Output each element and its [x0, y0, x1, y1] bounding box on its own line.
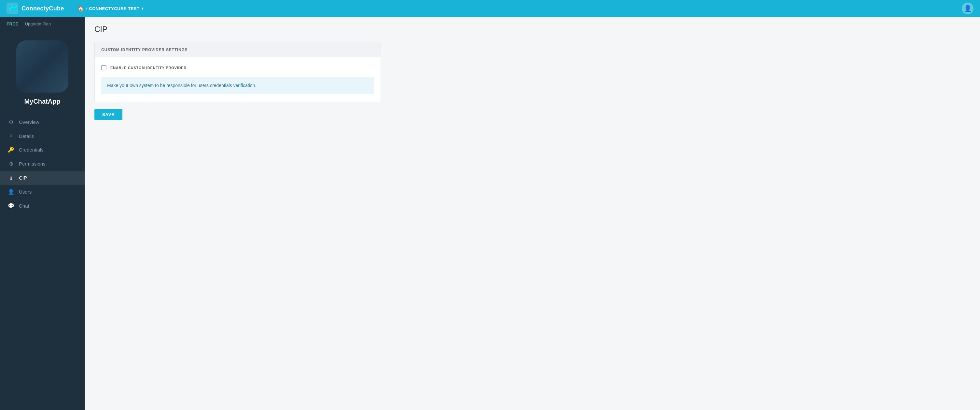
content-area: CIP CUSTOM IDENTITY PROVIDER SETTINGS EN… — [85, 17, 980, 410]
checkbox-label: ENABLE CUSTOM IDENTITY PROVIDER — [110, 66, 186, 70]
sidebar-item-cip[interactable]: ℹ CIP — [0, 171, 85, 185]
logo-icon — [6, 3, 18, 14]
sidebar-item-permissions[interactable]: ⊕ Permissions — [0, 157, 85, 171]
breadcrumb: 🏠 / CONNECTYCUBE TEST ▼ — [78, 6, 145, 12]
sidebar-item-label: Details — [19, 133, 34, 139]
sidebar-item-credentials[interactable]: 🔑 Credentials — [0, 143, 85, 157]
info-text: Make your own system to be responsible f… — [107, 83, 256, 88]
sidebar-item-users[interactable]: 👤 Users — [0, 185, 85, 199]
app-icon-area: MyChatApp — [0, 30, 85, 112]
app-name: MyChatApp — [24, 98, 60, 105]
card-body: ENABLE CUSTOM IDENTITY PROVIDER Make you… — [95, 57, 380, 102]
chevron-down-icon: ▼ — [141, 6, 144, 10]
plan-label: FREE — [6, 22, 19, 26]
users-icon: 👤 — [8, 189, 14, 195]
sidebar-item-label: Credentials — [19, 147, 44, 153]
page-title: CIP — [94, 25, 970, 34]
chat-icon: 💬 — [8, 203, 14, 209]
sidebar-item-details[interactable]: ≡ Details — [0, 129, 85, 143]
key-icon: 🔑 — [8, 147, 14, 153]
avatar[interactable]: 👤 — [962, 3, 974, 14]
upgrade-plan-link[interactable]: Upgrade Plan — [25, 22, 51, 26]
topbar: ConnectyCube 🏠 / CONNECTYCUBE TEST ▼ 👤 — [0, 0, 980, 17]
sidebar-item-label: Chat — [19, 203, 29, 209]
breadcrumb-app-name[interactable]: CONNECTYCUBE TEST ▼ — [89, 6, 145, 11]
app-icon-placeholder — [16, 40, 68, 93]
logo-text: ConnectyCube — [21, 5, 64, 12]
gear-icon: ⚙ — [8, 119, 14, 125]
breadcrumb-home-icon[interactable]: 🏠 — [78, 6, 84, 12]
topbar-divider — [71, 3, 71, 13]
breadcrumb-separator: / — [86, 6, 87, 11]
enable-cip-checkbox[interactable] — [101, 65, 107, 70]
svg-point-1 — [9, 8, 10, 10]
permissions-icon: ⊕ — [8, 161, 14, 167]
card-header: CUSTOM IDENTITY PROVIDER SETTINGS — [95, 42, 380, 57]
save-button[interactable]: SAVE — [94, 109, 123, 120]
sidebar-item-label: Permissions — [19, 161, 46, 166]
planbar: FREE Upgrade Plan — [0, 17, 85, 30]
sidebar-item-label: Users — [19, 189, 32, 195]
card-header-title: CUSTOM IDENTITY PROVIDER SETTINGS — [101, 48, 188, 52]
sidebar-item-overview[interactable]: ⚙ Overview — [0, 115, 85, 129]
sidebar-item-label: Overview — [19, 119, 40, 125]
sidebar-item-label: CIP — [19, 175, 27, 180]
sidebar: FREE Upgrade Plan MyChatApp ⚙ Overview ≡… — [0, 17, 85, 410]
app-icon — [16, 40, 68, 93]
info-icon: ℹ — [8, 175, 14, 181]
sidebar-item-chat[interactable]: 💬 Chat — [0, 199, 85, 213]
info-box: Make your own system to be responsible f… — [101, 77, 374, 94]
svg-point-2 — [13, 8, 15, 10]
details-icon: ≡ — [8, 133, 14, 139]
logo-area[interactable]: ConnectyCube — [6, 3, 64, 14]
cip-card: CUSTOM IDENTITY PROVIDER SETTINGS ENABLE… — [94, 42, 381, 102]
avatar-icon: 👤 — [964, 5, 972, 13]
sidebar-nav: ⚙ Overview ≡ Details 🔑 Credentials ⊕ Per… — [0, 112, 85, 216]
main-layout: FREE Upgrade Plan MyChatApp ⚙ Overview ≡… — [0, 17, 980, 410]
checkbox-row: ENABLE CUSTOM IDENTITY PROVIDER — [101, 65, 374, 70]
